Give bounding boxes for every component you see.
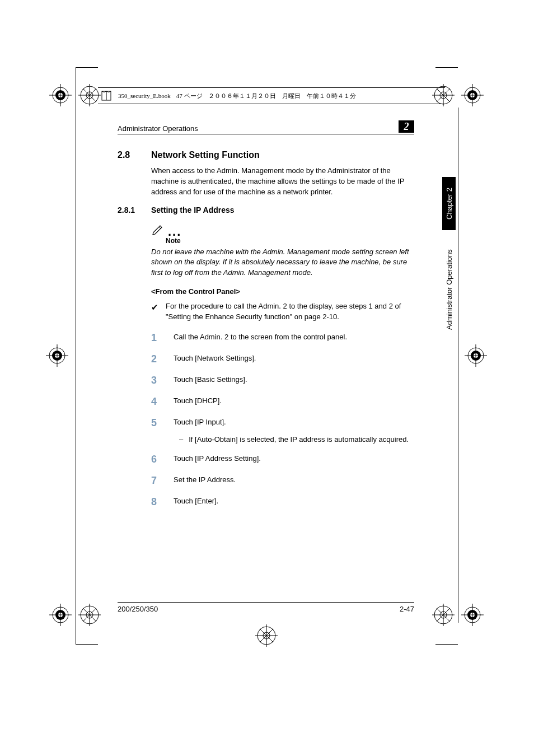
reg-mark-br-inner <box>432 604 455 626</box>
subsection-heading: 2.8.1 Setting the IP Address <box>118 206 414 214</box>
book-icon <box>100 90 113 102</box>
frame-right <box>458 108 458 623</box>
frame-bot-r <box>435 644 458 645</box>
note-dots: ... <box>168 228 181 235</box>
step-8: 8Touch [Enter]. <box>151 494 414 509</box>
step-6: 6Touch [IP Address Setting]. <box>151 452 414 466</box>
check-item: ✔ For the procedure to call the Admin. 2… <box>151 301 414 323</box>
footer-right: 2-47 <box>400 605 414 613</box>
step-number: 4 <box>151 394 158 409</box>
frame-top-l <box>76 67 98 68</box>
step-text: Touch [Basic Settings]. <box>174 373 247 388</box>
meta-page: 47 ページ <box>176 92 203 100</box>
step-2: 2Touch [Network Settings]. <box>151 352 414 366</box>
chapter-number-box: 2 <box>399 120 414 133</box>
section-heading: 2.8 Network Setting Function <box>118 150 414 160</box>
step-number: 1 <box>151 330 158 345</box>
step-text: Touch [Enter]. <box>174 494 218 509</box>
check-text: For the procedure to call the Admin. 2 t… <box>166 301 414 323</box>
frame-bot-l <box>76 644 98 645</box>
reg-mark-bc <box>255 624 278 647</box>
step-3: 3Touch [Basic Settings]. <box>151 373 414 388</box>
step-number: 8 <box>151 494 158 509</box>
substep-text: If [Auto-Obtain] is selected, the IP add… <box>189 435 409 445</box>
step-text: Call the Admin. 2 to the screen from the… <box>174 330 347 345</box>
reg-mark-mr-outer <box>465 344 487 367</box>
reg-mark-br-outer <box>461 604 484 626</box>
step-number: 6 <box>151 452 158 466</box>
subsection-title: Setting the IP Address <box>151 206 235 214</box>
meta-date: ２００６年１１月２０日 月曜日 午前１０時４１分 <box>208 92 356 100</box>
step-text: Touch [IP Address Setting]. <box>174 452 261 466</box>
step-4: 4Touch [DHCP]. <box>151 394 414 409</box>
step-number: 3 <box>151 373 158 388</box>
note-icon-row: ... <box>151 222 414 236</box>
dash-icon: – <box>179 435 183 445</box>
step-number: 7 <box>151 473 158 488</box>
step-text: Set the IP Address. <box>174 473 236 488</box>
meta-file: 350_security_E.book <box>118 92 171 99</box>
running-head: Administrator Operations 2 <box>118 120 414 134</box>
step-text: Touch [DHCP]. <box>174 394 222 409</box>
step-1: 1Call the Admin. 2 to the screen from th… <box>151 330 414 345</box>
footer: 200/250/350 2-47 <box>118 602 414 613</box>
reg-mark-tr-outer <box>461 84 484 106</box>
side-tab-chapter-label: Chapter 2 <box>445 188 453 220</box>
running-head-text: Administrator Operations <box>118 124 198 133</box>
reg-mark-bl-inner <box>78 604 101 626</box>
step-7: 7Set the IP Address. <box>151 473 414 488</box>
svg-line-62 <box>159 227 161 228</box>
note-text: Do not leave the machine with the Admin.… <box>151 247 414 279</box>
reg-mark-ml-outer <box>46 344 68 367</box>
step-5-sub: –If [Auto-Obtain] is selected, the IP ad… <box>179 435 414 445</box>
side-tab-title-label: Administrator Operations <box>445 249 453 330</box>
footer-left: 200/250/350 <box>118 605 158 613</box>
panel-heading: <From the Control Panel> <box>151 287 414 296</box>
meta-strip: 350_security_E.book 47 ページ ２００６年１１月２０日 月… <box>98 87 445 104</box>
chapter-number: 2 <box>404 121 409 133</box>
frame-left <box>76 67 76 644</box>
subsection-number: 2.8.1 <box>118 206 139 214</box>
side-tab-chapter: Chapter 2 <box>442 177 456 230</box>
step-text: Touch [IP Input]. <box>174 416 226 430</box>
step-number: 5 <box>151 416 158 430</box>
section-body: When access to the Admin. Management mod… <box>151 166 414 198</box>
reg-mark-bl-outer <box>49 604 72 626</box>
note-label: Note <box>166 237 414 245</box>
step-number: 2 <box>151 352 158 366</box>
section-title: Network Setting Function <box>151 150 260 160</box>
step-text: Touch [Network Settings]. <box>174 352 256 366</box>
reg-mark-tl-inner <box>78 84 101 106</box>
reg-mark-tl-outer <box>49 84 72 106</box>
note-block: ... Note Do not leave the machine with t… <box>151 222 414 279</box>
content: Administrator Operations 2 2.8 Network S… <box>118 120 414 516</box>
page: 350_security_E.book 47 ページ ２００６年１１月２０日 月… <box>0 0 534 756</box>
pencil-icon <box>151 222 165 236</box>
frame-top-r <box>435 67 458 68</box>
section-number: 2.8 <box>118 150 139 160</box>
step-5: 5Touch [IP Input]. <box>151 416 414 430</box>
check-icon: ✔ <box>151 301 159 323</box>
side-tab-title: Administrator Operations <box>442 236 456 343</box>
